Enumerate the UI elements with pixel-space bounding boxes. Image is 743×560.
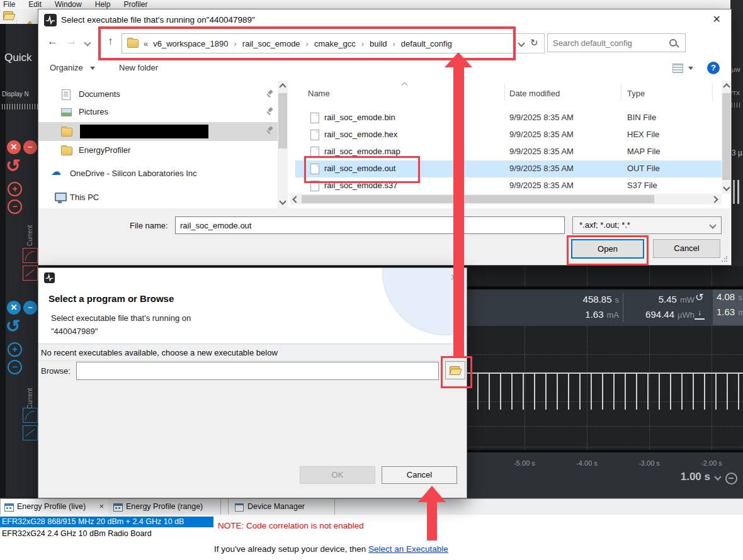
browse-input[interactable] (76, 362, 439, 380)
file-name-input[interactable] (175, 216, 565, 234)
scroll-right-icon[interactable] (711, 196, 718, 203)
history-chevron-icon[interactable] (84, 39, 91, 46)
red-close-channel-icon[interactable]: ✕ (7, 140, 21, 154)
file-type-filter[interactable]: *.axf; *.out; *.* (572, 216, 722, 234)
scroll-down-icon[interactable] (723, 184, 730, 191)
menu-profiler[interactable]: Profiler (123, 0, 147, 9)
close-icon[interactable]: ✕ (713, 13, 721, 25)
cancel-button[interactable]: Cancel (382, 466, 457, 484)
blue-log-scale-icon[interactable] (23, 408, 38, 423)
time-axis[interactable]: -5.00 s -4.00 s -3.00 s -2.00 s 1.00 s (466, 452, 743, 498)
sidebar-item-pictures[interactable]: Pictures (38, 104, 288, 121)
red-zoom-out-icon[interactable]: − (8, 199, 22, 214)
organize-dropdown-icon[interactable] (90, 67, 95, 70)
column-divider[interactable] (712, 84, 713, 101)
column-divider[interactable] (504, 84, 505, 101)
open-file-icon[interactable] (3, 11, 14, 20)
views-dropdown-icon[interactable] (688, 67, 693, 70)
board-item-selected[interactable]: EFR32xG28 868/915 MHz 20 dBm + 2.4 GHz 1… (0, 517, 213, 527)
refresh-icon[interactable]: ↻ (530, 37, 538, 48)
resize-grip[interactable] (721, 255, 727, 262)
menu-help[interactable]: Help (95, 0, 111, 9)
diagonal-glyph (26, 269, 35, 277)
export-icon[interactable]: ↓ (695, 309, 705, 320)
ok-button[interactable]: OK (300, 466, 375, 484)
sidebar-item-this-pc[interactable]: This PC (38, 189, 288, 207)
column-header-name[interactable]: Name (308, 89, 330, 98)
profiler-right-edge: µW /TX 3 µ (730, 0, 743, 266)
onedrive-cloud-icon: ☁ (51, 167, 61, 176)
scroll-left-icon[interactable] (292, 196, 299, 203)
sidebar-scrollbar[interactable] (278, 81, 288, 209)
board-item[interactable]: EFR32xG24 2.4 GHz 10 dBm Radio Board (2, 529, 152, 538)
sidebar-item-documents[interactable]: Documents (38, 86, 288, 104)
blue-close-channel-icon[interactable]: ✕ (7, 301, 21, 315)
zoom-out-icon[interactable] (725, 473, 737, 484)
scrollbar-thumb[interactable] (302, 195, 654, 203)
file-date: 9/9/2025 8:35 AM (509, 181, 574, 190)
pin-icon[interactable] (265, 89, 274, 98)
search-icon[interactable] (669, 39, 677, 47)
tab-device-manager[interactable]: Device Manager (228, 499, 335, 515)
views-icon[interactable] (672, 64, 683, 73)
scroll-up-icon[interactable] (723, 83, 730, 90)
blue-collapse-icon[interactable]: − (23, 301, 37, 315)
column-header-type[interactable]: Type (627, 89, 645, 98)
list-vertical-scrollbar[interactable] (722, 81, 731, 194)
gridline (466, 325, 743, 326)
dialog-title: Select executable file that's running on… (61, 15, 255, 25)
pin-icon[interactable] (265, 126, 274, 135)
select-executable-link[interactable]: Select an Executable (368, 544, 448, 554)
column-divider[interactable] (621, 84, 621, 101)
address-dropdown-icon[interactable] (518, 40, 525, 47)
red-zoom-in-icon[interactable]: + (8, 182, 22, 196)
time-scale-value[interactable]: 1.00 s (681, 471, 710, 483)
forward-icon[interactable]: → (66, 33, 77, 50)
sidebar-item-selected[interactable] (38, 122, 288, 141)
energy-profile-icon (4, 503, 14, 512)
file-row[interactable]: rail_soc_emode.bin 9/9/2025 8:35 AM BIN … (295, 109, 723, 126)
menu-edit[interactable]: Edit (28, 0, 42, 9)
file-row[interactable]: rail_soc_emode.hex 9/9/2025 8:35 AM HEX … (295, 126, 723, 143)
chevron-down-icon[interactable] (714, 473, 721, 480)
back-icon[interactable]: ← (47, 33, 58, 50)
red-linear-scale-icon[interactable] (23, 266, 38, 281)
sidebar-item-onedrive[interactable]: ☁ OneDrive - Silicon Laboratories Inc (38, 165, 288, 183)
tab-energy-profile-range[interactable]: Energy Profile (range) (108, 499, 221, 515)
blue-zoom-out-icon[interactable]: − (8, 360, 22, 374)
close-tab-icon[interactable]: × (99, 501, 104, 511)
cancel-button[interactable]: Cancel (653, 239, 720, 258)
search-input[interactable] (547, 33, 686, 52)
gridline (466, 426, 743, 427)
reset-icon[interactable]: ↺ (695, 292, 703, 303)
sel-current-unit: m (738, 308, 743, 317)
pin-icon[interactable] (265, 107, 274, 116)
menu-window[interactable]: Window (55, 0, 82, 9)
scrollbar-thumb[interactable] (722, 93, 730, 180)
dialog-title: Select a program or Browse (48, 293, 174, 304)
list-horizontal-scrollbar[interactable] (290, 194, 722, 204)
tab-energy-profile-live[interactable]: Energy Profile (live) × (0, 499, 110, 515)
device-manager-icon (235, 503, 244, 512)
current-chart-region[interactable]: 458.85s 1.63mA 5.45mW 694.44µWh ↺ ↓ 4.08… (466, 266, 743, 498)
sidebar-item-label: Documents (79, 89, 120, 99)
help-icon[interactable]: ? (707, 62, 720, 74)
column-header-date[interactable]: Date modified (509, 89, 560, 98)
sidebar-item-energyprofiler[interactable]: EnergyProfiler (38, 142, 288, 160)
new-folder-button[interactable]: New folder (119, 63, 158, 72)
profiler-left-panel: Quick Display N ✕ − ↺ + − Current ✕ − ↺ … (0, 24, 39, 497)
red-log-scale-icon[interactable] (23, 248, 38, 263)
blue-undo-icon[interactable]: ↺ (6, 318, 20, 335)
organize-button[interactable]: Organize (50, 63, 83, 72)
blue-linear-scale-icon[interactable] (23, 425, 38, 440)
scroll-up-icon[interactable] (279, 83, 286, 90)
file-name: rail_soc_emode.hex (324, 130, 397, 139)
blue-zoom-in-icon[interactable]: + (8, 342, 22, 357)
edge-waveform-bar (737, 180, 739, 204)
scroll-down-icon[interactable] (279, 198, 286, 204)
menu-file[interactable]: File (3, 0, 15, 9)
scrollbar-thumb[interactable] (278, 93, 287, 148)
red-undo-icon[interactable]: ↺ (6, 157, 20, 175)
time-tick: -2.00 s (701, 459, 722, 467)
red-collapse-icon[interactable]: − (23, 140, 37, 154)
